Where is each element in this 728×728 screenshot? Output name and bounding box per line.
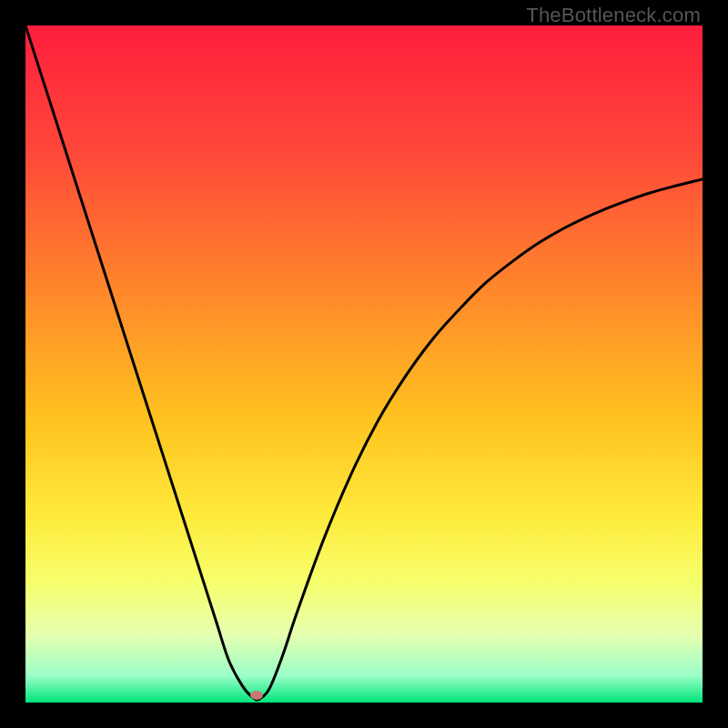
chart-frame: TheBottleneck.com — [0, 0, 728, 728]
bottleneck-curve — [25, 25, 703, 703]
optimal-point-marker — [250, 691, 263, 700]
plot-area — [25, 25, 703, 703]
watermark-text: TheBottleneck.com — [526, 4, 701, 27]
